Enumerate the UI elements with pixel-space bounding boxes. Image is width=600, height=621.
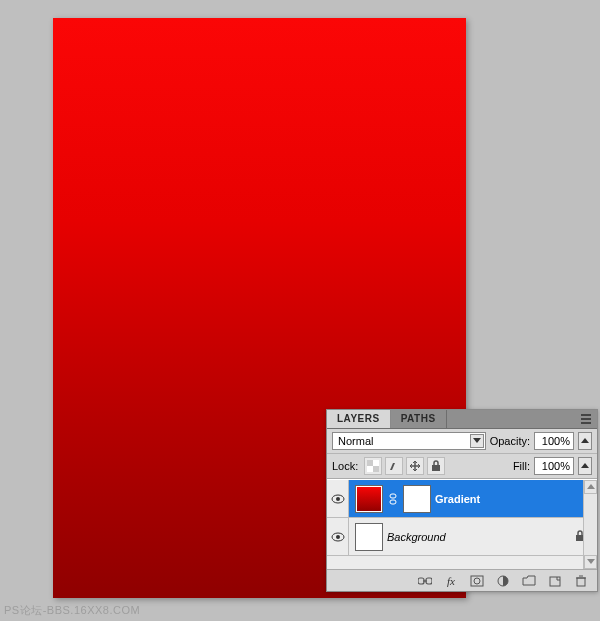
svg-marker-10 xyxy=(581,463,589,468)
svg-point-26 xyxy=(498,576,508,586)
layer-row[interactable]: Background xyxy=(327,518,597,556)
svg-rect-14 xyxy=(390,500,396,504)
visibility-toggle[interactable] xyxy=(327,518,349,555)
scroll-up-button[interactable] xyxy=(584,480,597,494)
svg-rect-21 xyxy=(426,578,432,584)
eye-icon xyxy=(331,532,345,542)
svg-rect-6 xyxy=(373,466,379,472)
layer-list: Gradient Background xyxy=(327,479,597,569)
layers-panel: LAYERS PATHS Normal Opacity: 100% Lock: xyxy=(326,409,598,592)
svg-rect-5 xyxy=(367,460,373,466)
lock-pixels-button[interactable] xyxy=(385,457,403,475)
svg-point-11 xyxy=(332,495,344,503)
fill-label: Fill: xyxy=(513,460,530,472)
svg-rect-13 xyxy=(390,494,396,498)
svg-rect-28 xyxy=(577,578,585,586)
new-group-button[interactable] xyxy=(519,573,539,589)
panel-footer: fx xyxy=(327,569,597,591)
svg-rect-9 xyxy=(432,465,440,471)
panel-tabs: LAYERS PATHS xyxy=(327,410,597,429)
new-layer-button[interactable] xyxy=(545,573,565,589)
visibility-toggle[interactable] xyxy=(327,480,349,517)
mask-thumbnail[interactable] xyxy=(403,485,431,513)
scroll-down-button[interactable] xyxy=(584,555,597,569)
svg-marker-18 xyxy=(587,484,595,489)
link-layers-button[interactable] xyxy=(415,573,435,589)
opacity-stepper[interactable] xyxy=(578,432,592,450)
svg-point-12 xyxy=(336,497,340,501)
layer-scrollbar[interactable] xyxy=(583,480,597,569)
fill-input[interactable]: 100% xyxy=(534,457,574,475)
mask-link-icon[interactable] xyxy=(387,493,399,505)
layer-thumbnail[interactable] xyxy=(355,485,383,513)
svg-marker-19 xyxy=(587,559,595,564)
svg-point-15 xyxy=(332,533,344,541)
watermark-text: PS论坛-BBS.16XX8.COM xyxy=(4,603,140,618)
lock-position-button[interactable] xyxy=(406,457,424,475)
svg-marker-4 xyxy=(581,438,589,443)
svg-rect-0 xyxy=(581,414,591,416)
layer-row[interactable]: Gradient xyxy=(327,480,597,518)
blend-mode-value: Normal xyxy=(338,435,373,447)
svg-rect-20 xyxy=(418,578,424,584)
chevron-down-icon xyxy=(470,434,484,448)
layer-style-button[interactable]: fx xyxy=(441,573,461,589)
svg-rect-7 xyxy=(373,460,379,466)
svg-point-25 xyxy=(474,578,480,584)
panel-menu-button[interactable] xyxy=(579,412,593,425)
svg-text:fx: fx xyxy=(447,575,455,587)
opacity-input[interactable]: 100% xyxy=(534,432,574,450)
fill-stepper[interactable] xyxy=(578,457,592,475)
lock-fill-row: Lock: Fill: 100% xyxy=(327,454,597,479)
new-adjustment-button[interactable] xyxy=(493,573,513,589)
eye-icon xyxy=(331,494,345,504)
opacity-label: Opacity: xyxy=(490,435,530,447)
lock-label: Lock: xyxy=(332,460,358,472)
add-mask-button[interactable] xyxy=(467,573,487,589)
lock-transparency-button[interactable] xyxy=(364,457,382,475)
layer-name[interactable]: Gradient xyxy=(435,493,591,505)
tab-paths[interactable]: PATHS xyxy=(391,410,447,428)
svg-rect-27 xyxy=(550,577,560,586)
svg-rect-2 xyxy=(581,422,591,424)
delete-layer-button[interactable] xyxy=(571,573,591,589)
blend-opacity-row: Normal Opacity: 100% xyxy=(327,429,597,454)
svg-point-16 xyxy=(336,535,340,539)
svg-rect-24 xyxy=(471,576,483,586)
lock-buttons xyxy=(364,457,445,475)
lock-all-button[interactable] xyxy=(427,457,445,475)
svg-marker-3 xyxy=(473,438,481,443)
svg-rect-1 xyxy=(581,418,591,420)
svg-rect-8 xyxy=(367,466,373,472)
layer-name[interactable]: Background xyxy=(387,531,571,543)
blend-mode-select[interactable]: Normal xyxy=(332,432,486,450)
layer-thumbnail[interactable] xyxy=(355,523,383,551)
tab-layers[interactable]: LAYERS xyxy=(327,410,391,428)
